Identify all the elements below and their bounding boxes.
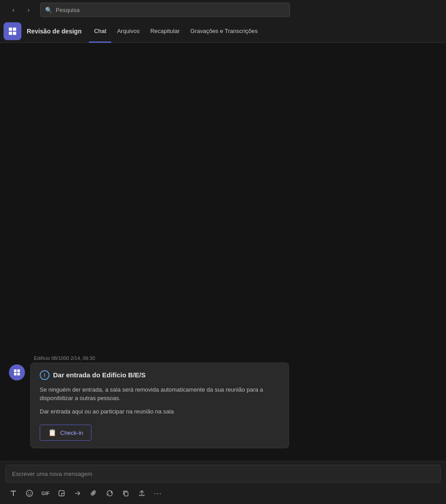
- checkin-icon: 📋: [48, 429, 57, 437]
- tab-chat[interactable]: Chat: [89, 20, 112, 43]
- share-icon: [138, 490, 145, 497]
- more-icon: ···: [154, 489, 162, 498]
- loop-icon: [106, 490, 113, 497]
- message-input-placeholder: Escrever uma nova mensagem: [12, 471, 92, 477]
- svg-rect-1: [13, 27, 16, 30]
- avatar-icon: [12, 368, 21, 377]
- main-content: Edifício 08/1000 2/14, 09:30 i Dar entra…: [0, 43, 446, 504]
- svg-rect-12: [124, 492, 128, 496]
- app-icon: [8, 26, 17, 36]
- svg-rect-6: [14, 372, 17, 375]
- bubble-body-line1: Se ninguém der entrada, a sala será remo…: [40, 385, 280, 403]
- app-icon-button[interactable]: [4, 22, 21, 40]
- format-button[interactable]: [6, 486, 21, 500]
- message-bubble: i Dar entrada do Edifício B/E/S Se ningu…: [30, 363, 289, 449]
- tab-arquivos[interactable]: Arquivos: [112, 20, 145, 43]
- svg-rect-2: [9, 31, 12, 34]
- sticker-button[interactable]: [54, 486, 69, 500]
- svg-point-10: [30, 492, 31, 493]
- send-forward-icon: [74, 490, 81, 497]
- attach-button[interactable]: [87, 486, 101, 500]
- meeting-title: Revisão de design: [27, 28, 82, 35]
- tab-recapitular[interactable]: Recapitular: [145, 20, 185, 43]
- search-bar[interactable]: 🔍 Pesquisa: [40, 3, 290, 17]
- emoji-button[interactable]: [22, 486, 37, 500]
- message-timestamp: Edifício 08/1000 2/14, 09:30: [9, 355, 437, 361]
- toolbar-row: GIF: [0, 483, 446, 504]
- search-icon: 🔍: [45, 7, 52, 13]
- checkin-button[interactable]: 📋 Check-in: [40, 425, 91, 441]
- svg-rect-3: [13, 31, 16, 34]
- message-input[interactable]: Escrever uma nova mensagem: [5, 465, 441, 483]
- bubble-body: Se ninguém der entrada, a sala será remo…: [40, 385, 280, 416]
- message-group: i Dar entrada do Edifício B/E/S Se ningu…: [9, 363, 437, 449]
- more-button[interactable]: ···: [151, 486, 165, 500]
- sticker-icon: [58, 490, 65, 497]
- loop-button[interactable]: [103, 486, 117, 500]
- bubble-body-line2: Dar entrada aqui ou ao participar na reu…: [40, 407, 280, 416]
- emoji-icon: [26, 490, 33, 497]
- avatar: [9, 364, 25, 380]
- nav-arrows: ‹ ›: [7, 4, 35, 16]
- svg-point-8: [26, 490, 33, 496]
- top-bar: ‹ › 🔍 Pesquisa: [0, 0, 446, 20]
- bubble-header: i Dar entrada do Edifício B/E/S: [40, 370, 280, 380]
- svg-rect-5: [17, 369, 20, 372]
- nav-bar: Revisão de design Chat Arquivos Recapitu…: [0, 20, 446, 43]
- svg-point-9: [28, 492, 29, 493]
- checkin-label: Check-in: [60, 430, 83, 436]
- share-button[interactable]: [135, 486, 149, 500]
- attach-icon: [90, 490, 97, 497]
- gif-icon: GIF: [41, 491, 50, 496]
- tab-gravacoes[interactable]: Gravações e Transcrições: [185, 20, 263, 43]
- message-input-area: Escrever uma nova mensagem GIF: [0, 461, 446, 504]
- copy-button[interactable]: [119, 486, 133, 500]
- svg-rect-4: [14, 369, 17, 372]
- svg-rect-7: [17, 372, 20, 375]
- format-icon: [10, 490, 17, 497]
- search-placeholder: Pesquisa: [56, 7, 79, 13]
- bubble-title: Dar entrada do Edifício B/E/S: [53, 371, 146, 379]
- forward-button[interactable]: ›: [22, 4, 35, 16]
- copy-icon: [122, 490, 129, 497]
- info-icon: i: [40, 370, 50, 380]
- gif-button[interactable]: GIF: [38, 486, 53, 500]
- chat-area: Edifício 08/1000 2/14, 09:30 i Dar entra…: [0, 43, 446, 461]
- send-forward-button[interactable]: [70, 486, 85, 500]
- svg-rect-0: [9, 27, 12, 30]
- back-button[interactable]: ‹: [7, 4, 20, 16]
